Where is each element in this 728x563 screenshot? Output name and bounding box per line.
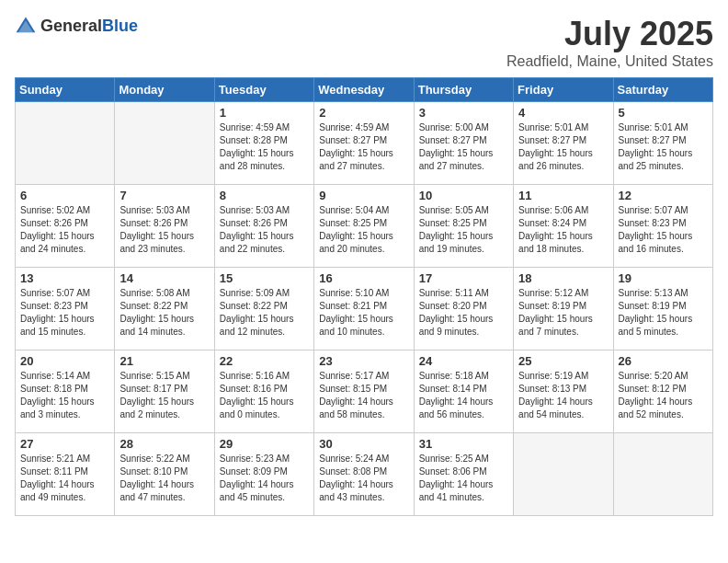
day-detail: Sunrise: 5:04 AMSunset: 8:25 PMDaylight:… — [319, 204, 408, 256]
calendar-cell: 19Sunrise: 5:13 AMSunset: 8:19 PMDayligh… — [613, 268, 712, 350]
calendar-cell — [16, 102, 115, 185]
day-detail: Sunrise: 5:19 AMSunset: 8:13 PMDaylight:… — [518, 370, 608, 421]
weekday-header-row: SundayMondayTuesdayWednesdayThursdayFrid… — [16, 78, 713, 102]
location-title: Readfield, Maine, United States — [506, 53, 713, 70]
day-number: 5 — [619, 106, 708, 120]
week-row-3: 13Sunrise: 5:07 AMSunset: 8:23 PMDayligh… — [16, 268, 713, 350]
day-number: 10 — [419, 189, 508, 202]
day-number: 20 — [20, 354, 109, 368]
week-row-1: 1Sunrise: 4:59 AMSunset: 8:28 PMDaylight… — [16, 102, 713, 185]
page-header: GeneralBlue July 2025 Readfield, Maine, … — [15, 15, 713, 70]
calendar-cell: 10Sunrise: 5:05 AMSunset: 8:25 PMDayligh… — [414, 185, 513, 268]
calendar-cell: 11Sunrise: 5:06 AMSunset: 8:24 PMDayligh… — [514, 185, 613, 268]
day-number: 29 — [220, 437, 309, 451]
day-detail: Sunrise: 5:23 AMSunset: 8:09 PMDaylight:… — [220, 453, 309, 504]
day-detail: Sunrise: 5:11 AMSunset: 8:20 PMDaylight:… — [419, 287, 508, 339]
day-detail: Sunrise: 5:12 AMSunset: 8:19 PMDaylight:… — [518, 287, 608, 339]
day-number: 15 — [220, 271, 309, 285]
day-number: 14 — [119, 271, 209, 285]
calendar-cell: 1Sunrise: 4:59 AMSunset: 8:28 PMDaylight… — [214, 102, 313, 185]
calendar-cell: 5Sunrise: 5:01 AMSunset: 8:27 PMDaylight… — [613, 102, 712, 185]
weekday-header-thursday: Thursday — [414, 78, 513, 102]
calendar-cell: 24Sunrise: 5:18 AMSunset: 8:14 PMDayligh… — [414, 350, 513, 433]
calendar-cell: 14Sunrise: 5:08 AMSunset: 8:22 PMDayligh… — [115, 268, 214, 350]
calendar-cell: 28Sunrise: 5:22 AMSunset: 8:10 PMDayligh… — [115, 433, 214, 516]
day-detail: Sunrise: 5:18 AMSunset: 8:14 PMDaylight:… — [419, 370, 508, 421]
day-detail: Sunrise: 5:15 AMSunset: 8:17 PMDaylight:… — [119, 370, 209, 421]
day-number: 31 — [419, 437, 508, 451]
week-row-4: 20Sunrise: 5:14 AMSunset: 8:18 PMDayligh… — [16, 350, 713, 433]
calendar-cell: 29Sunrise: 5:23 AMSunset: 8:09 PMDayligh… — [214, 433, 313, 516]
calendar-cell: 8Sunrise: 5:03 AMSunset: 8:26 PMDaylight… — [214, 185, 313, 268]
day-detail: Sunrise: 5:07 AMSunset: 8:23 PMDaylight:… — [20, 287, 109, 339]
day-detail: Sunrise: 5:10 AMSunset: 8:21 PMDaylight:… — [319, 287, 408, 339]
calendar-cell: 6Sunrise: 5:02 AMSunset: 8:26 PMDaylight… — [16, 185, 115, 268]
day-number: 27 — [20, 437, 109, 451]
day-number: 28 — [119, 437, 209, 451]
weekday-header-wednesday: Wednesday — [314, 78, 414, 102]
day-detail: Sunrise: 5:22 AMSunset: 8:10 PMDaylight:… — [119, 453, 209, 504]
day-number: 7 — [119, 189, 209, 202]
logo: GeneralBlue — [15, 15, 138, 37]
day-detail: Sunrise: 5:03 AMSunset: 8:26 PMDaylight:… — [220, 204, 309, 256]
logo-blue: Blue — [102, 17, 138, 35]
calendar-cell — [514, 433, 613, 516]
day-detail: Sunrise: 5:25 AMSunset: 8:06 PMDaylight:… — [419, 453, 508, 504]
day-detail: Sunrise: 5:09 AMSunset: 8:22 PMDaylight:… — [220, 287, 309, 339]
calendar-cell: 13Sunrise: 5:07 AMSunset: 8:23 PMDayligh… — [16, 268, 115, 350]
calendar-cell — [613, 433, 712, 516]
calendar-cell: 12Sunrise: 5:07 AMSunset: 8:23 PMDayligh… — [613, 185, 712, 268]
title-block: July 2025 Readfield, Maine, United State… — [506, 15, 713, 70]
day-number: 1 — [220, 106, 309, 120]
calendar-cell: 20Sunrise: 5:14 AMSunset: 8:18 PMDayligh… — [16, 350, 115, 433]
day-detail: Sunrise: 4:59 AMSunset: 8:27 PMDaylight:… — [319, 121, 408, 173]
day-detail: Sunrise: 5:17 AMSunset: 8:15 PMDaylight:… — [319, 370, 408, 421]
day-number: 17 — [419, 271, 508, 285]
day-detail: Sunrise: 5:08 AMSunset: 8:22 PMDaylight:… — [119, 287, 209, 339]
logo-general: General — [40, 17, 102, 35]
day-detail: Sunrise: 5:01 AMSunset: 8:27 PMDaylight:… — [518, 121, 608, 173]
day-number: 8 — [220, 189, 309, 202]
day-detail: Sunrise: 5:01 AMSunset: 8:27 PMDaylight:… — [619, 121, 708, 173]
day-number: 4 — [518, 106, 608, 120]
day-detail: Sunrise: 5:02 AMSunset: 8:26 PMDaylight:… — [20, 204, 109, 256]
day-number: 9 — [319, 189, 408, 202]
calendar-cell: 23Sunrise: 5:17 AMSunset: 8:15 PMDayligh… — [314, 350, 414, 433]
calendar-cell — [115, 102, 214, 185]
calendar-cell: 2Sunrise: 4:59 AMSunset: 8:27 PMDaylight… — [314, 102, 414, 185]
weekday-header-tuesday: Tuesday — [214, 78, 313, 102]
calendar-cell: 30Sunrise: 5:24 AMSunset: 8:08 PMDayligh… — [314, 433, 414, 516]
calendar-cell: 26Sunrise: 5:20 AMSunset: 8:12 PMDayligh… — [613, 350, 712, 433]
calendar-cell: 7Sunrise: 5:03 AMSunset: 8:26 PMDaylight… — [115, 185, 214, 268]
day-detail: Sunrise: 5:20 AMSunset: 8:12 PMDaylight:… — [619, 370, 708, 421]
calendar-cell: 3Sunrise: 5:00 AMSunset: 8:27 PMDaylight… — [414, 102, 513, 185]
weekday-header-saturday: Saturday — [613, 78, 712, 102]
day-detail: Sunrise: 5:06 AMSunset: 8:24 PMDaylight:… — [518, 204, 608, 256]
day-number: 16 — [319, 271, 408, 285]
day-detail: Sunrise: 5:24 AMSunset: 8:08 PMDaylight:… — [319, 453, 408, 504]
day-number: 12 — [619, 189, 708, 202]
day-number: 18 — [518, 271, 608, 285]
calendar-cell: 16Sunrise: 5:10 AMSunset: 8:21 PMDayligh… — [314, 268, 414, 350]
day-detail: Sunrise: 5:14 AMSunset: 8:18 PMDaylight:… — [20, 370, 109, 421]
calendar-table: SundayMondayTuesdayWednesdayThursdayFrid… — [15, 77, 713, 516]
day-number: 25 — [518, 354, 608, 368]
day-number: 3 — [419, 106, 508, 120]
day-number: 30 — [319, 437, 408, 451]
weekday-header-friday: Friday — [514, 78, 613, 102]
day-number: 2 — [319, 106, 408, 120]
calendar-cell: 15Sunrise: 5:09 AMSunset: 8:22 PMDayligh… — [214, 268, 313, 350]
day-number: 19 — [619, 271, 708, 285]
calendar-cell: 21Sunrise: 5:15 AMSunset: 8:17 PMDayligh… — [115, 350, 214, 433]
calendar-cell: 18Sunrise: 5:12 AMSunset: 8:19 PMDayligh… — [514, 268, 613, 350]
day-number: 24 — [419, 354, 508, 368]
day-detail: Sunrise: 5:21 AMSunset: 8:11 PMDaylight:… — [20, 453, 109, 504]
day-number: 23 — [319, 354, 408, 368]
calendar-cell: 9Sunrise: 5:04 AMSunset: 8:25 PMDaylight… — [314, 185, 414, 268]
day-detail: Sunrise: 5:05 AMSunset: 8:25 PMDaylight:… — [419, 204, 508, 256]
week-row-2: 6Sunrise: 5:02 AMSunset: 8:26 PMDaylight… — [16, 185, 713, 268]
day-detail: Sunrise: 5:03 AMSunset: 8:26 PMDaylight:… — [119, 204, 209, 256]
logo-icon — [15, 15, 37, 37]
day-number: 26 — [619, 354, 708, 368]
day-number: 21 — [119, 354, 209, 368]
